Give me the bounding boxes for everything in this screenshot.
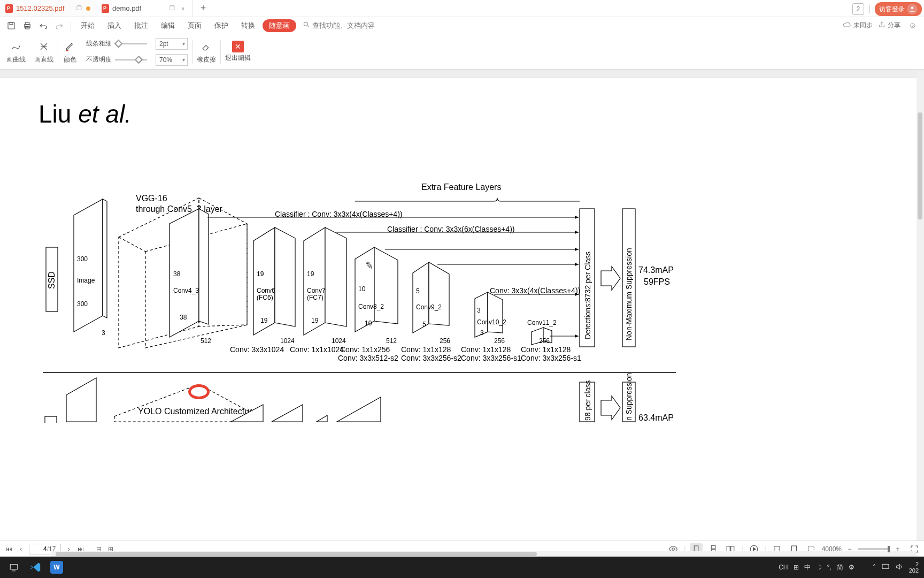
taskview-icon[interactable] <box>3 557 25 578</box>
search-input[interactable] <box>312 21 409 29</box>
svg-rect-109 <box>712 545 716 549</box>
svg-marker-93 <box>66 378 96 422</box>
menu-page[interactable]: 页面 <box>182 19 207 33</box>
menu-annotate[interactable]: 批注 <box>129 19 153 33</box>
search-box[interactable] <box>303 21 409 30</box>
svg-rect-91 <box>45 416 57 423</box>
more-icon[interactable]: ⦾ <box>906 19 920 33</box>
first-page-button[interactable]: ⏮ <box>3 543 15 555</box>
modified-dot-icon <box>86 6 90 11</box>
opacity-combo[interactable]: 70% <box>156 54 188 66</box>
vscode-icon[interactable] <box>25 557 46 578</box>
svg-marker-44 <box>374 247 398 324</box>
page-number-input[interactable] <box>34 545 47 553</box>
svg-text:5: 5 <box>422 321 426 328</box>
tab-1[interactable]: 1512.02325.pdf ❐ <box>0 0 96 17</box>
eraser-tool[interactable]: 橡皮擦 <box>197 39 216 64</box>
svg-text:Conv: 3x3x256-s1: Conv: 3x3x256-s1 <box>461 354 521 362</box>
zoom-slider[interactable] <box>858 548 890 550</box>
svg-text:Conv:  3x3x512-s2: Conv: 3x3x512-s2 <box>338 354 398 362</box>
svg-text:Conv11_2: Conv11_2 <box>527 319 557 326</box>
prev-page-button[interactable]: ‹ <box>15 543 27 555</box>
print-icon[interactable] <box>20 19 34 33</box>
svg-text:512: 512 <box>201 337 211 345</box>
exit-edit-button[interactable]: ✕ 退出编辑 <box>225 41 251 63</box>
tab-2[interactable]: demo.pdf ❐ × <box>96 0 192 17</box>
svg-text:n Suppression: n Suppression <box>625 372 633 421</box>
menu-draw-active[interactable]: 随意画 <box>263 19 296 32</box>
svg-text:19: 19 <box>307 270 314 278</box>
moon-icon[interactable]: ☽ <box>816 564 822 571</box>
menu-bar: 开始 插入 批注 编辑 页面 保护 转换 随意画 未同步 分享 ⦾ <box>0 17 924 34</box>
pdf-page: Liu et al. .bx{fill:#fff;stroke:#000;str… <box>0 78 919 557</box>
popout-icon[interactable]: ❐ <box>168 5 176 12</box>
taskbar-clock[interactable]: 2 202 <box>909 561 919 574</box>
menu-convert[interactable]: 转换 <box>236 19 260 33</box>
svg-rect-2 <box>10 22 13 25</box>
svg-point-107 <box>672 547 675 550</box>
ime-lang[interactable]: CH <box>779 564 788 571</box>
new-tab-button[interactable]: + <box>192 0 214 17</box>
svg-marker-100 <box>337 397 381 422</box>
svg-text:Classifier : Conv: 3x3x(6x(Cla: Classifier : Conv: 3x3x(6x(Classes+4)) <box>387 225 514 233</box>
svg-text:Conv7: Conv7 <box>307 287 326 294</box>
menu-insert[interactable]: 插入 <box>102 19 127 33</box>
horizontal-scrollbar[interactable] <box>51 551 917 557</box>
color-label: 颜色 <box>64 55 76 64</box>
svg-text:Conv8_2: Conv8_2 <box>358 303 384 310</box>
ime-grid-icon[interactable]: ⊞ <box>794 564 799 571</box>
svg-text:Image: Image <box>77 277 95 284</box>
svg-text:Conv: 1x1x128: Conv: 1x1x128 <box>401 345 451 354</box>
ime-simp[interactable]: 简 <box>837 563 843 572</box>
color-tool[interactable]: 颜色 <box>63 39 78 64</box>
tab-label: demo.pdf <box>112 4 141 12</box>
login-button[interactable]: 访客登录 <box>875 2 922 16</box>
svg-text:Conv: 1x1x128: Conv: 1x1x128 <box>521 345 571 354</box>
svg-text:(FC7): (FC7) <box>307 294 324 301</box>
svg-text:Conv: 3x3x256-s2: Conv: 3x3x256-s2 <box>401 354 461 362</box>
menu-start[interactable]: 开始 <box>75 19 100 33</box>
svg-text:256: 256 <box>539 337 550 345</box>
svg-marker-28 <box>275 227 295 326</box>
svg-text:10: 10 <box>365 320 372 327</box>
svg-text:19: 19 <box>311 317 319 324</box>
share-icon <box>878 21 886 30</box>
svg-text:Detections:8732 per Class: Detections:8732 per Class <box>583 252 592 339</box>
svg-line-17 <box>119 237 145 252</box>
clock-date: 202 <box>909 567 919 574</box>
thickness-slider[interactable] <box>115 41 147 47</box>
thickness-label: 线条粗细 <box>86 39 112 48</box>
line-tool[interactable]: 画直线 <box>34 39 53 64</box>
pdf-file-icon <box>102 4 109 13</box>
wps-icon[interactable]: W <box>46 557 67 578</box>
svg-point-6 <box>304 22 307 26</box>
gear-icon[interactable]: ⚙ <box>849 564 854 571</box>
save-icon[interactable] <box>4 19 18 33</box>
thickness-combo[interactable]: 2pt <box>156 38 188 50</box>
authors-suffix: et al. <box>78 100 132 128</box>
redo-icon[interactable] <box>52 19 66 33</box>
document-viewport[interactable]: Liu et al. .bx{fill:#fff;stroke:#000;str… <box>0 70 924 557</box>
menu-edit[interactable]: 编辑 <box>156 19 180 33</box>
svg-text:SSD: SSD <box>47 271 56 289</box>
exit-label: 退出编辑 <box>225 54 251 63</box>
window-count-badge[interactable]: 2 <box>852 3 864 15</box>
sync-button[interactable]: 未同步 <box>843 20 873 31</box>
svg-text:Conv: 3x3x256-s1: Conv: 3x3x256-s1 <box>521 354 581 362</box>
ime-punct[interactable]: °, <box>827 564 831 571</box>
ime-cn[interactable]: 中 <box>804 563 811 572</box>
pen-color-icon <box>63 39 78 54</box>
close-icon[interactable]: × <box>179 5 187 12</box>
curve-tool[interactable]: 画曲线 <box>6 39 26 64</box>
tray-chevron-icon[interactable]: ˄ <box>873 564 876 571</box>
menu-protect[interactable]: 保护 <box>209 19 234 33</box>
tray-monitor-icon[interactable] <box>881 562 890 573</box>
tray-volume-icon[interactable] <box>895 562 904 573</box>
share-button[interactable]: 分享 <box>878 21 900 30</box>
vertical-scrollbar[interactable] <box>917 70 924 557</box>
line-label: 画直线 <box>34 55 53 64</box>
popout-icon[interactable]: ❐ <box>75 5 83 12</box>
opacity-slider[interactable] <box>115 57 147 63</box>
undo-icon[interactable] <box>36 19 50 33</box>
search-icon <box>303 21 310 30</box>
